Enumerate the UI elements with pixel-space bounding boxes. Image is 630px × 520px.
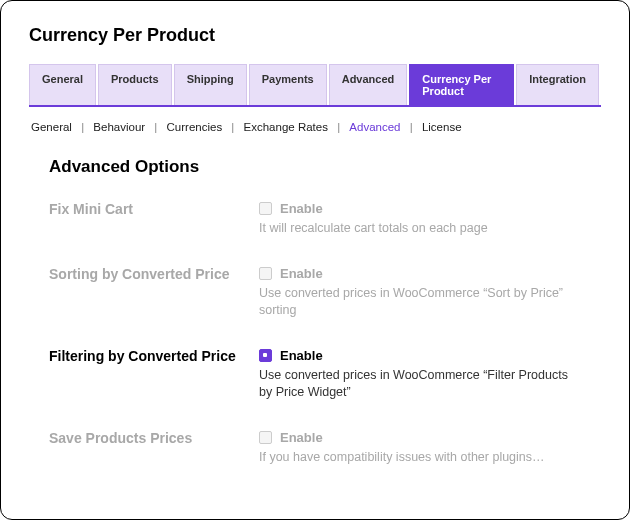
enable-label: Enable	[280, 201, 323, 216]
enable-label: Enable	[280, 348, 323, 363]
option-fix-mini-cart: Fix Mini Cart Enable It will recalculate…	[49, 201, 601, 238]
option-description: If you have compatibility issues with ot…	[259, 449, 581, 467]
tabs: General Products Shipping Payments Advan…	[29, 64, 601, 107]
tab-payments[interactable]: Payments	[249, 64, 327, 105]
page-title: Currency Per Product	[29, 25, 601, 46]
subnav-separator: |	[154, 121, 157, 133]
option-label: Fix Mini Cart	[49, 201, 259, 217]
checkbox-sorting-converted-price[interactable]	[259, 267, 272, 280]
subnav-separator: |	[231, 121, 234, 133]
subnav-advanced[interactable]: Advanced	[343, 121, 406, 133]
subnav-general[interactable]: General	[31, 121, 78, 133]
subnav-separator: |	[81, 121, 84, 133]
subnav-license[interactable]: License	[416, 121, 468, 133]
enable-label: Enable	[280, 266, 323, 281]
tab-advanced[interactable]: Advanced	[329, 64, 408, 105]
subnav-currencies[interactable]: Currencies	[161, 121, 229, 133]
tab-general[interactable]: General	[29, 64, 96, 105]
option-label: Filtering by Converted Price	[49, 348, 259, 364]
option-description: Use converted prices in WooCommerce “Sor…	[259, 285, 581, 320]
subnav-separator: |	[337, 121, 340, 133]
checkbox-save-products-prices[interactable]	[259, 431, 272, 444]
checkbox-filtering-converted-price[interactable]	[259, 349, 272, 362]
checkbox-fix-mini-cart[interactable]	[259, 202, 272, 215]
option-label: Sorting by Converted Price	[49, 266, 259, 282]
tab-currency-per-product[interactable]: Currency Per Product	[409, 64, 514, 105]
tab-shipping[interactable]: Shipping	[174, 64, 247, 105]
option-sorting-converted-price: Sorting by Converted Price Enable Use co…	[49, 266, 601, 320]
option-filtering-converted-price: Filtering by Converted Price Enable Use …	[49, 348, 601, 402]
option-save-products-prices: Save Products Prices Enable If you have …	[49, 430, 601, 467]
subnav-behaviour[interactable]: Behaviour	[87, 121, 151, 133]
tab-integration[interactable]: Integration	[516, 64, 599, 105]
option-description: Use converted prices in WooCommerce “Fil…	[259, 367, 581, 402]
option-description: It will recalculate cart totals on each …	[259, 220, 581, 238]
section-title: Advanced Options	[49, 157, 601, 177]
enable-label: Enable	[280, 430, 323, 445]
subnav-separator: |	[410, 121, 413, 133]
subnav: General | Behaviour | Currencies | Excha…	[29, 121, 601, 133]
tab-products[interactable]: Products	[98, 64, 172, 105]
option-label: Save Products Prices	[49, 430, 259, 446]
subnav-exchange-rates[interactable]: Exchange Rates	[238, 121, 334, 133]
